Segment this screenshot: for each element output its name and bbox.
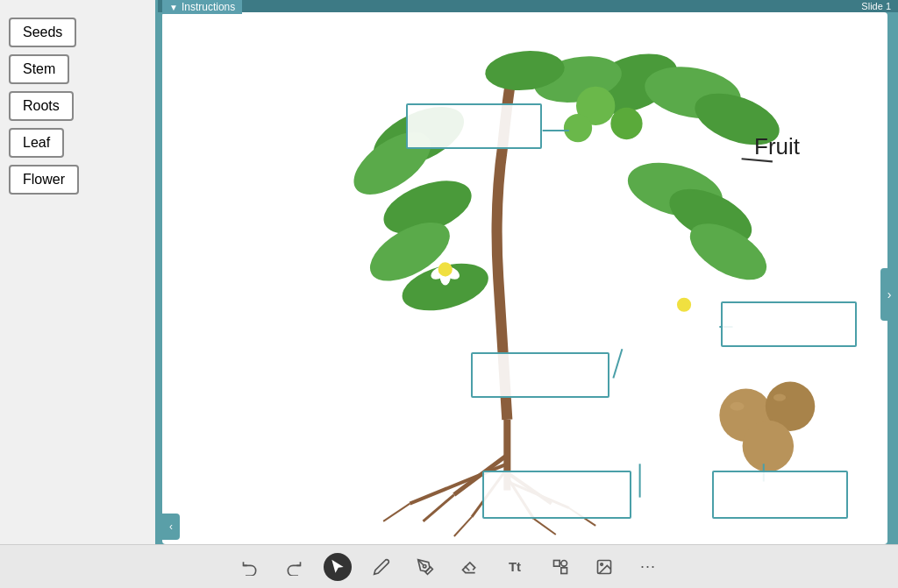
drag-label-roots[interactable]: Roots (9, 91, 74, 121)
toolbar: Tt ··· (0, 544, 898, 588)
svg-rect-51 (561, 567, 567, 573)
svg-line-46 (613, 349, 622, 378)
fruit-label: Fruit (754, 133, 800, 160)
shapes-button[interactable] (546, 553, 574, 581)
slide-label: Slide 1 (861, 1, 891, 11)
svg-point-41 (730, 402, 744, 411)
svg-point-42 (773, 394, 786, 401)
svg-point-49 (424, 564, 426, 567)
eraser-button[interactable] (455, 553, 483, 581)
drop-box-bottom-right[interactable] (712, 471, 848, 519)
svg-line-11 (534, 519, 556, 535)
drop-box-top-left[interactable] (406, 103, 542, 149)
drop-box-mid-left[interactable] (471, 352, 609, 398)
undo-button[interactable] (236, 553, 264, 581)
marker-button[interactable] (411, 553, 439, 581)
right-nav-arrow[interactable]: › (880, 268, 898, 321)
drag-label-stem[interactable]: Stem (9, 54, 69, 84)
plant-illustration (162, 12, 887, 544)
left-nav-arrow[interactable]: ‹ (162, 514, 180, 540)
image-button[interactable] (590, 553, 618, 581)
svg-point-32 (438, 262, 453, 276)
drop-box-mid-right[interactable] (721, 301, 857, 347)
svg-point-37 (677, 298, 691, 312)
svg-line-8 (383, 504, 410, 521)
instructions-bar[interactable]: ▼ Instructions (162, 0, 242, 14)
select-button[interactable] (324, 553, 352, 581)
text-button[interactable]: Tt (499, 553, 531, 581)
drop-box-bottom-left[interactable] (482, 471, 631, 519)
instructions-chevron: ▼ (169, 3, 178, 12)
svg-point-40 (743, 421, 794, 471)
svg-rect-50 (554, 560, 560, 566)
drag-label-flower[interactable]: Flower (9, 165, 79, 195)
drag-label-seeds[interactable]: Seeds (9, 18, 76, 47)
svg-point-52 (561, 560, 567, 566)
drag-label-leaf[interactable]: Leaf (9, 128, 64, 158)
svg-line-10 (454, 517, 472, 536)
redo-button[interactable] (280, 553, 308, 581)
svg-point-26 (610, 108, 642, 139)
pen-button[interactable] (367, 553, 396, 581)
plant-container: Fruit (162, 12, 887, 544)
left-sidebar: Seeds Stem Roots Leaf Flower (0, 0, 158, 588)
more-button[interactable]: ··· (634, 553, 662, 581)
svg-point-54 (601, 563, 603, 565)
svg-point-27 (564, 114, 592, 142)
main-area: Fruit (162, 12, 887, 544)
instructions-label: Instructions (182, 1, 235, 13)
svg-line-7 (424, 495, 454, 521)
